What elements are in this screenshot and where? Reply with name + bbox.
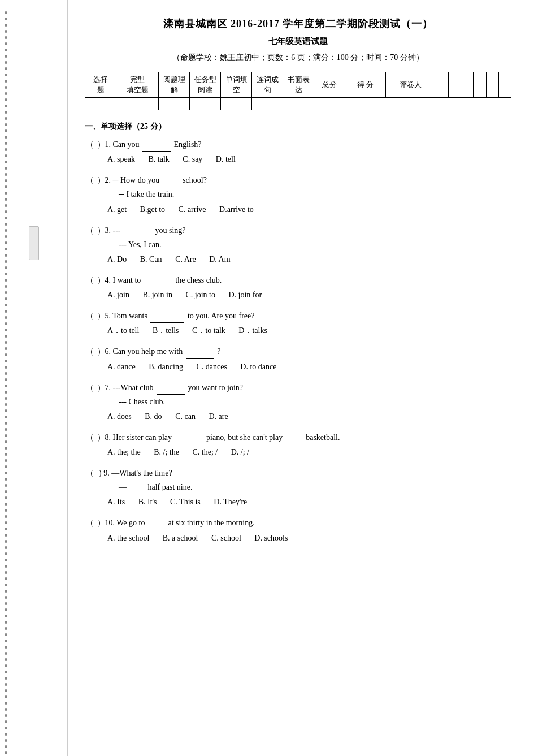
page-title: 滦南县城南区 2016-2017 学年度第二学期阶段测试（一）: [85, 17, 511, 31]
q4-text2: the chess club.: [175, 276, 222, 284]
q6-option-a: A. dance: [107, 359, 136, 375]
dot: [5, 584, 7, 586]
dot: [5, 403, 7, 406]
dot: [5, 55, 7, 58]
q10-text2: at six thirty in the morning.: [168, 519, 254, 527]
dot: [5, 385, 7, 387]
q5-options: A．to tell B．tells C．to talk D．talks: [107, 323, 511, 339]
dot: [5, 428, 7, 431]
question-10: （ ）10. We go to at six thirty in the mor…: [85, 516, 511, 546]
dot: [5, 67, 7, 70]
dot: [5, 18, 7, 20]
dot: [5, 285, 7, 288]
col-renwu: 任务型阅读: [190, 72, 221, 98]
q6-option-b: B. dancing: [149, 359, 183, 375]
score-cell-3: [436, 72, 448, 98]
dot: [5, 49, 7, 51]
q7-option-d: D. are: [209, 409, 228, 425]
score-table: 选择题 完型填空题 阅题理解 任务型阅读 单词填空 连词成句 书面表达 总分 得…: [85, 72, 511, 110]
dot: [5, 347, 7, 350]
dot: [5, 440, 7, 443]
dot: [5, 248, 7, 250]
question-1-line: （ ）1. Can you English?: [85, 137, 511, 152]
q3-option-a: A. Do: [107, 252, 127, 267]
q7-sub: --- Chess club.: [119, 395, 511, 409]
q5-option-a: A．to tell: [107, 323, 139, 339]
q4-option-c: C. join to: [185, 287, 215, 303]
q6-option-d: D. to dance: [240, 359, 276, 375]
dot: [5, 689, 7, 692]
dot: [5, 695, 7, 698]
q6-paren-open: （: [85, 344, 95, 358]
dot: [5, 571, 7, 574]
q3-text1: ）3. ---: [97, 226, 123, 235]
q9-text1: ) 9. —What's the time?: [97, 469, 172, 477]
q8-option-b: B. /; the: [154, 444, 179, 460]
q7-options: A. does B. do C. can D. are: [107, 409, 511, 425]
dot: [5, 148, 7, 151]
question-9: （ ) 9. —What's the time? — half past nin…: [85, 466, 511, 510]
dot: [5, 714, 7, 717]
question-4: （ ）4. I want to the chess club. A. join …: [85, 273, 511, 303]
q1-paren-close: ）1. Can you: [97, 140, 142, 149]
question-4-line: （ ）4. I want to the chess club.: [85, 273, 511, 287]
dot: [5, 546, 7, 549]
dot: [5, 702, 7, 705]
dot: [5, 478, 7, 481]
q8-paren-open: （: [85, 430, 95, 444]
dot: [5, 223, 7, 226]
q8-text1: ）8. Her sister can play: [97, 433, 174, 442]
dot: [5, 447, 7, 450]
dot: [5, 329, 7, 331]
dot: [5, 521, 7, 524]
q2-text1: ）2. ─ How do you: [97, 176, 162, 184]
dot: [5, 279, 7, 282]
dot: [5, 596, 7, 599]
empty-cell-8: [314, 98, 345, 110]
dot: [5, 664, 7, 667]
question-3: （ ）3. --- you sing? --- Yes, I can. A. D…: [85, 223, 511, 267]
left-dots: [5, 11, 16, 756]
dot: [5, 161, 7, 163]
q4-option-b: B. join in: [142, 287, 172, 303]
dot: [5, 465, 7, 468]
score-cell-8: [498, 72, 511, 98]
dot: [5, 559, 7, 561]
q3-option-c: C. Are: [175, 252, 196, 267]
q9-option-a: A. Its: [107, 494, 125, 510]
left-margin: [0, 0, 68, 756]
dot: [5, 683, 7, 686]
q5-option-c: C．to talk: [192, 323, 225, 339]
score-cell-6: [474, 72, 486, 98]
question-5-line: （ ）5. Tom wants to you. Are you free?: [85, 309, 511, 323]
dot: [5, 204, 7, 207]
q10-options: A. the school B. a school C. school D. s…: [107, 530, 511, 546]
empty-cell-7: [283, 98, 314, 110]
dot: [5, 515, 7, 518]
q2-option-c: C. arrive: [179, 202, 206, 218]
col-yuedu: 阅题理解: [159, 72, 190, 98]
q7-option-c: C. can: [175, 409, 196, 425]
question-5: （ ）5. Tom wants to you. Are you free? A．…: [85, 309, 511, 339]
dot: [5, 11, 7, 14]
dot: [5, 409, 7, 412]
dot: [5, 92, 7, 95]
q7-option-a: A. does: [107, 409, 132, 425]
dot: [5, 733, 7, 736]
dot: [5, 24, 7, 27]
dot: [5, 633, 7, 636]
dot: [5, 751, 7, 754]
dot: [5, 297, 7, 300]
question-7: （ ）7. ---What club you want to join? ---…: [85, 381, 511, 425]
q3-paren-open: （: [85, 223, 95, 237]
q5-text2: to you. Are you free?: [188, 312, 255, 320]
q8-blank2: [286, 444, 303, 444]
dot: [5, 42, 7, 45]
q10-option-d: D. schools: [254, 530, 288, 546]
dot: [5, 496, 7, 499]
q1-option-b: B. talk: [149, 152, 170, 167]
col-danci: 单词填空: [221, 72, 252, 98]
dot: [5, 185, 7, 188]
q7-paren-open: （: [85, 381, 95, 395]
dot: [5, 316, 7, 319]
